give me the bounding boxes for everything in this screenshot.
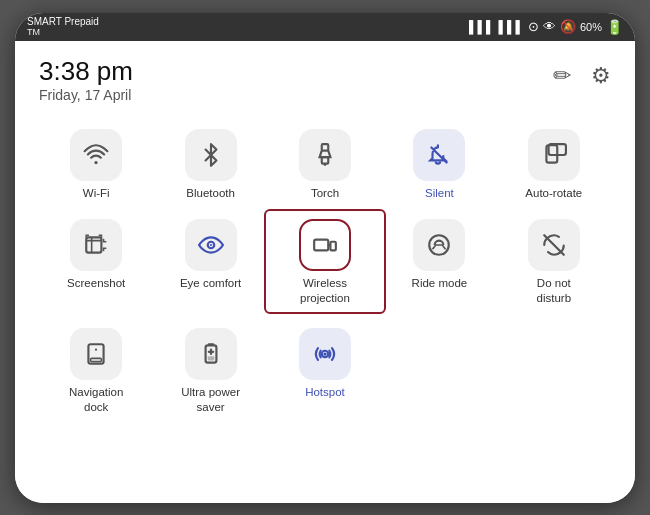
svg-rect-18 bbox=[207, 356, 214, 360]
tile-screenshot[interactable]: Screenshot bbox=[39, 213, 153, 312]
tile-wirelessprojection-icon-wrap bbox=[299, 219, 351, 271]
wirelessprojection-icon bbox=[312, 232, 338, 258]
current-time: 3:38 pm bbox=[39, 57, 133, 86]
notification-panel: 3:38 pm Friday, 17 April ✏ ⚙ bbox=[15, 41, 635, 503]
battery-icon: 🔋 bbox=[606, 19, 623, 35]
battery-percent: 60% bbox=[580, 21, 602, 33]
tile-torch[interactable]: Torch bbox=[268, 123, 382, 207]
tile-bluetooth[interactable]: Bluetooth bbox=[153, 123, 267, 207]
edit-icon[interactable]: ✏ bbox=[553, 63, 571, 89]
tile-ridemode-icon-wrap bbox=[413, 219, 465, 271]
bluetooth-icon bbox=[198, 142, 224, 168]
tile-silent-icon-wrap bbox=[413, 129, 465, 181]
screenshot-icon bbox=[83, 232, 109, 258]
tile-bluetooth-label: Bluetooth bbox=[186, 186, 235, 201]
status-bar: SMART Prepaid TM ▌▌▌ ▌▌▌ ⊙ 👁 🔕 60% 🔋 bbox=[15, 13, 635, 41]
svg-rect-6 bbox=[86, 237, 101, 252]
tile-ridemode[interactable]: Ride mode bbox=[382, 213, 496, 312]
ridemode-icon bbox=[426, 232, 452, 258]
tile-ultrapowersaver[interactable]: Ultra powersaver bbox=[153, 322, 267, 421]
svg-point-0 bbox=[95, 161, 98, 164]
tile-autorotate-label: Auto-rotate bbox=[525, 186, 582, 201]
tile-navigationdock-label: Navigationdock bbox=[69, 385, 123, 415]
tile-screenshot-label: Screenshot bbox=[67, 276, 125, 291]
carrier-name: SMART Prepaid bbox=[27, 16, 99, 27]
settings-icon[interactable]: ⚙ bbox=[591, 63, 611, 89]
silent-icon bbox=[426, 142, 452, 168]
tile-wifi[interactable]: Wi-Fi bbox=[39, 123, 153, 207]
tile-torch-icon-wrap bbox=[299, 129, 351, 181]
quick-tiles-grid: Wi-Fi Bluetooth bbox=[39, 123, 611, 421]
svg-rect-9 bbox=[314, 240, 328, 251]
svg-rect-1 bbox=[322, 144, 329, 151]
svg-point-20 bbox=[323, 352, 326, 355]
svg-point-8 bbox=[210, 244, 212, 246]
tile-eyecomfort-icon-wrap bbox=[185, 219, 237, 271]
tile-wirelessprojection[interactable]: Wirelessprojection bbox=[268, 213, 382, 312]
tile-wifi-label: Wi-Fi bbox=[83, 186, 110, 201]
tile-hotspot[interactable]: Hotspot bbox=[268, 322, 382, 421]
tile-hotspot-label: Hotspot bbox=[305, 385, 345, 400]
tile-navigationdock-icon-wrap bbox=[70, 328, 122, 380]
torch-icon bbox=[312, 142, 338, 168]
phone-frame: SMART Prepaid TM ▌▌▌ ▌▌▌ ⊙ 👁 🔕 60% 🔋 3:3… bbox=[15, 13, 635, 503]
svg-rect-14 bbox=[91, 358, 102, 361]
carrier-type: TM bbox=[27, 27, 99, 37]
tile-ultrapowersaver-label: Ultra powersaver bbox=[181, 385, 240, 415]
tile-ultrapowersaver-icon-wrap bbox=[185, 328, 237, 380]
hotspot-icon bbox=[312, 341, 338, 367]
time-block: 3:38 pm Friday, 17 April bbox=[39, 57, 133, 104]
autorotate-icon bbox=[541, 142, 567, 168]
signal-icon2: ▌▌▌ bbox=[498, 20, 524, 34]
tile-wirelessprojection-label: Wirelessprojection bbox=[300, 276, 350, 306]
eye-status-icon: 👁 bbox=[543, 19, 556, 34]
tile-autorotate-icon-wrap bbox=[528, 129, 580, 181]
navigationdock-icon bbox=[83, 341, 109, 367]
mute-status-icon: 🔕 bbox=[560, 19, 576, 34]
donotdisturb-icon bbox=[541, 232, 567, 258]
tile-donotdisturb-icon-wrap bbox=[528, 219, 580, 271]
svg-rect-17 bbox=[207, 343, 214, 345]
ultrapowersaver-icon bbox=[198, 341, 224, 367]
tile-navigationdock[interactable]: Navigationdock bbox=[39, 322, 153, 421]
tile-hotspot-icon-wrap bbox=[299, 328, 351, 380]
tile-silent[interactable]: Silent bbox=[382, 123, 496, 207]
svg-rect-10 bbox=[330, 242, 335, 251]
panel-header-icons: ✏ ⚙ bbox=[553, 63, 611, 89]
tile-screenshot-icon-wrap bbox=[70, 219, 122, 271]
svg-rect-2 bbox=[322, 157, 329, 164]
tile-bluetooth-icon-wrap bbox=[185, 129, 237, 181]
tile-autorotate[interactable]: Auto-rotate bbox=[497, 123, 611, 207]
tile-donotdisturb-label: Do notdisturb bbox=[537, 276, 572, 306]
svg-point-15 bbox=[95, 348, 97, 350]
eyecomfort-icon bbox=[198, 232, 224, 258]
wifi-status-icon: ⊙ bbox=[528, 19, 539, 34]
current-date: Friday, 17 April bbox=[39, 87, 133, 103]
carrier-info: SMART Prepaid TM bbox=[27, 16, 99, 37]
tile-wifi-icon-wrap bbox=[70, 129, 122, 181]
tile-torch-label: Torch bbox=[311, 186, 339, 201]
tile-eyecomfort[interactable]: Eye comfort bbox=[153, 213, 267, 312]
tile-donotdisturb[interactable]: Do notdisturb bbox=[497, 213, 611, 312]
tile-ridemode-label: Ride mode bbox=[412, 276, 468, 291]
status-icons: ▌▌▌ ▌▌▌ ⊙ 👁 🔕 60% 🔋 bbox=[469, 19, 623, 35]
panel-header: 3:38 pm Friday, 17 April ✏ ⚙ bbox=[39, 57, 611, 104]
tile-silent-label: Silent bbox=[425, 186, 454, 201]
tile-eyecomfort-label: Eye comfort bbox=[180, 276, 241, 291]
wifi-icon bbox=[83, 142, 109, 168]
signal-icon: ▌▌▌ bbox=[469, 20, 495, 34]
